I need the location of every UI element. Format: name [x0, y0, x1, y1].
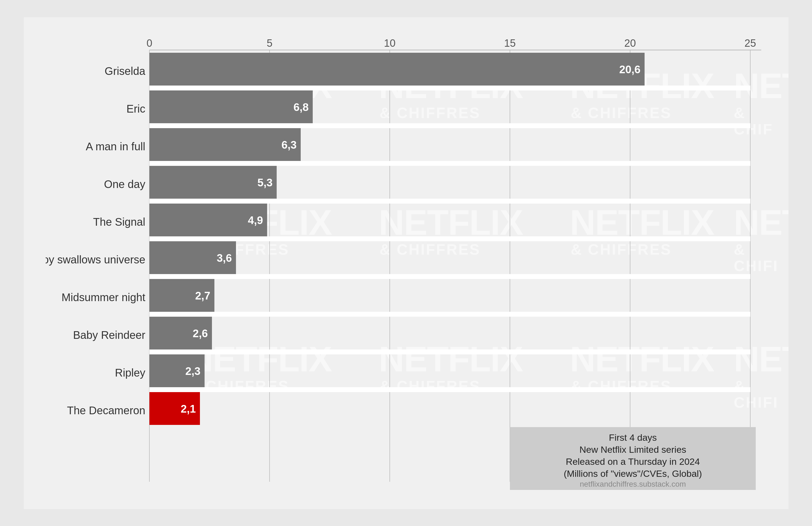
label-ripley: Ripley — [115, 367, 145, 379]
gap-4 — [149, 236, 750, 241]
legend-line-1: First 4 days — [609, 432, 657, 443]
gap-7 — [149, 350, 750, 354]
x-tick-15: 15 — [504, 38, 516, 49]
value-baby-reindeer: 2,6 — [192, 327, 208, 339]
label-the-signal: The Signal — [93, 216, 145, 228]
label-baby-reindeer: Baby Reindeer — [73, 329, 145, 341]
x-tick-20: 20 — [624, 38, 636, 49]
chart-svg: 0 5 10 15 20 25 Griselda 20,6 Eric 6,8 A… — [46, 33, 767, 493]
x-tick-0: 0 — [146, 38, 152, 49]
label-boy-swallows: Boy swallows universe — [46, 254, 145, 266]
gap-3 — [149, 199, 750, 203]
label-one-day: One day — [104, 178, 145, 190]
legend-source: netflixandchiffres.substack.com — [580, 480, 686, 488]
value-griselda: 20,6 — [619, 63, 640, 75]
legend-line-4: (Millions of "views"/CVEs, Global) — [564, 468, 702, 479]
bar-man-in-full — [149, 128, 301, 161]
x-tick-5: 5 — [266, 38, 272, 49]
value-eric: 6,8 — [293, 101, 309, 113]
label-eric: Eric — [127, 103, 145, 115]
label-midsummer: Midsummer night — [61, 291, 145, 303]
value-midsummer: 2,7 — [195, 290, 210, 302]
x-tick-10: 10 — [384, 38, 395, 49]
chart-container: NETFLIX & CHIFFRES NETFLIX & CHIFFRES NE… — [24, 17, 788, 509]
label-griselda: Griselda — [105, 65, 146, 77]
gap-5 — [149, 274, 750, 279]
label-man-in-full: A man in full — [86, 140, 145, 153]
legend-line-3: Released on a Thursday in 2024 — [566, 456, 700, 467]
value-boy-swallows: 3,6 — [217, 252, 232, 264]
gap-2 — [149, 161, 750, 166]
value-one-day: 5,3 — [257, 176, 273, 188]
bar-eric — [149, 90, 313, 123]
value-decameron: 2,1 — [180, 403, 196, 415]
gap-8 — [149, 387, 750, 392]
label-decameron: The Decameron — [67, 404, 145, 416]
value-the-signal: 4,9 — [248, 214, 263, 226]
gap-1 — [149, 123, 750, 128]
gap-6 — [149, 312, 750, 317]
legend-line-2: New Netflix Limited series — [579, 444, 686, 455]
gap-0 — [149, 86, 750, 90]
x-tick-25: 25 — [744, 38, 756, 49]
bar-griselda — [149, 53, 644, 86]
value-ripley: 2,3 — [185, 365, 201, 377]
value-man-in-full: 6,3 — [281, 139, 296, 151]
